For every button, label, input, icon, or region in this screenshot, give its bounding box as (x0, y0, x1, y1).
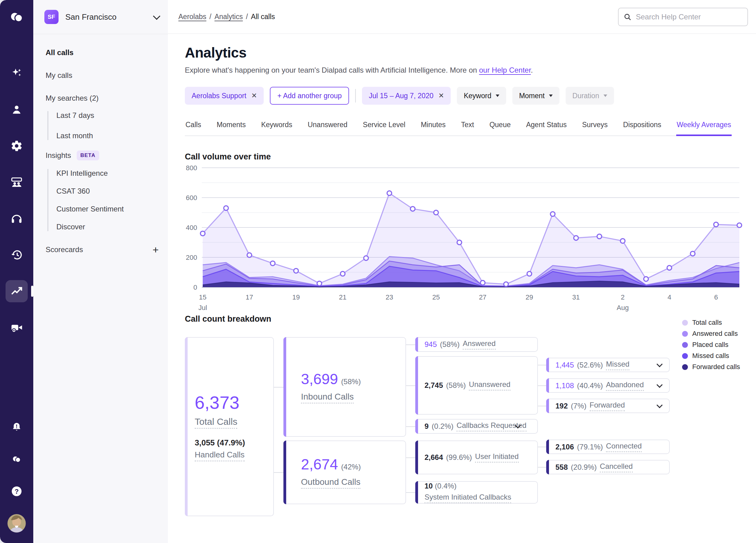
sidebar-item-all-calls[interactable]: All calls (46, 48, 159, 57)
sidebar-item-discover[interactable]: Discover (56, 223, 159, 231)
svg-text:?: ? (14, 488, 18, 495)
search-input[interactable] (635, 12, 742, 22)
tab-agent-status[interactable]: Agent Status (526, 118, 567, 136)
dialpad-logo-icon (9, 9, 25, 26)
tab-keywords[interactable]: Keywords (261, 118, 293, 136)
accent-bar (546, 440, 549, 454)
keyword-filter[interactable]: Keyword (457, 87, 506, 105)
missed-node[interactable]: 1,445 (52.6%) Missed (546, 358, 670, 372)
accent-bar (546, 378, 549, 393)
group-filter-chip[interactable]: Aerolabs Support✕ (185, 87, 264, 105)
svg-text:0: 0 (193, 283, 197, 291)
svg-text:17: 17 (246, 293, 253, 301)
sidebar-item-last-7-days[interactable]: Last 7 days (56, 111, 159, 120)
legend-item[interactable]: Answered calls (682, 330, 740, 338)
total-calls-label: Total Calls (195, 416, 237, 429)
video-settings-icon[interactable] (6, 316, 28, 338)
dialpad-mini-icon[interactable] (6, 448, 28, 470)
gear-icon[interactable] (6, 135, 28, 157)
history-icon[interactable] (6, 244, 28, 266)
duration-filter[interactable]: Duration (566, 87, 614, 105)
org-name: San Francisco (65, 12, 154, 22)
sidebar-item-customer-sentiment[interactable]: Customer Sentiment (56, 205, 159, 213)
breadcrumb-analytics[interactable]: Analytics (214, 13, 243, 21)
legend-item[interactable]: Forwarded calls (682, 363, 740, 371)
legend-item[interactable]: Placed calls (682, 341, 740, 349)
svg-text:Aug: Aug (617, 304, 629, 311)
tab-service-level[interactable]: Service Level (362, 118, 406, 136)
connected-node[interactable]: 2,106 (79.1%) Connected (546, 440, 670, 454)
remove-date-icon[interactable]: ✕ (438, 92, 444, 100)
tab-minutes[interactable]: Minutes (420, 118, 446, 136)
inbound-label: Inbound Calls (301, 392, 354, 403)
date-range-chip[interactable]: Jul 15 – Aug 7, 2020✕ (362, 87, 451, 105)
remove-group-icon[interactable]: ✕ (251, 92, 257, 100)
expand-chevron-icon[interactable] (656, 361, 663, 367)
call-count-breakdown: Call count breakdown Total calls Answere… (185, 314, 756, 519)
tab-calls[interactable]: Calls (185, 118, 202, 136)
chart-legend: Total calls Answered calls Placed calls … (682, 318, 740, 371)
abandoned-node[interactable]: 1,108 (40.4%) Abandoned (546, 378, 670, 393)
unanswered-node[interactable]: 2,745 (58%) Unanswered (415, 356, 538, 415)
chevron-down-icon (153, 12, 160, 20)
caret-down-icon (604, 95, 607, 97)
total-calls-node[interactable]: 6,373 Total Calls 3,055 (47.9%) Handled … (185, 337, 274, 516)
moment-filter[interactable]: Moment (512, 87, 559, 105)
sidebar-item-scorecards[interactable]: Scorecards (46, 245, 83, 254)
answered-node[interactable]: 945 (58%) Answered (415, 337, 538, 352)
svg-text:Jul: Jul (198, 304, 207, 311)
sidebar-item-last-month[interactable]: Last month (56, 132, 159, 140)
callbacks-requested-node[interactable]: 9 (0.2%) Callbacks Requested (415, 419, 538, 434)
add-scorecard-button[interactable]: + (152, 247, 159, 253)
sparkles-icon[interactable] (6, 62, 28, 84)
help-search[interactable] (618, 8, 748, 26)
analytics-icon[interactable] (6, 280, 28, 302)
tab-queue[interactable]: Queue (489, 118, 511, 136)
filter-divider (355, 89, 356, 103)
tab-surveys[interactable]: Surveys (581, 118, 608, 136)
forwarded-node[interactable]: 192 (7%) Forwarded (546, 399, 670, 413)
legend-item[interactable]: Total calls (682, 318, 740, 326)
breadcrumb-aerolabs[interactable]: Aerolabs (178, 13, 206, 21)
user-initiated-node[interactable]: 2,664 (99.6%) User Initiated (415, 440, 538, 474)
search-icon (624, 13, 632, 21)
org-switcher[interactable]: SF San Francisco (33, 0, 168, 34)
tab-text[interactable]: Text (460, 118, 474, 136)
help-center-link[interactable]: our Help Center (479, 66, 531, 74)
tab-dispositions[interactable]: Dispositions (623, 118, 662, 136)
analytics-tabs: Calls Moments Keywords Unanswered Servic… (185, 118, 705, 136)
caret-down-icon (549, 95, 553, 97)
notification-bell-icon[interactable] (6, 416, 28, 438)
svg-text:31: 31 (572, 293, 580, 301)
help-icon[interactable]: ? (6, 480, 28, 502)
accent-bar (415, 440, 418, 474)
sidebar-item-my-searches[interactable]: My searches (2) (46, 94, 159, 103)
system-initiated-callbacks-node[interactable]: 10 (0.4%) System Initiated Callbacks (415, 481, 538, 504)
tab-unanswered[interactable]: Unanswered (307, 118, 348, 136)
sidebar-item-insights[interactable]: Insights BETA (46, 151, 159, 160)
org-badge: SF (44, 10, 59, 24)
caret-down-icon (496, 95, 499, 97)
tab-moments[interactable]: Moments (216, 118, 246, 136)
sidebar-item-csat-360[interactable]: CSAT 360 (56, 187, 159, 196)
accent-bar (283, 440, 286, 504)
user-avatar[interactable] (6, 512, 28, 534)
outbound-calls-node[interactable]: 2,674(42%) Outbound Calls (283, 440, 406, 504)
legend-item[interactable]: Missed calls (682, 352, 740, 360)
sidebar-item-my-calls[interactable]: My calls (46, 71, 159, 80)
expand-chevron-icon[interactable] (656, 402, 663, 408)
tab-weekly-averages[interactable]: Weekly Averages (676, 118, 732, 136)
expand-chevron-icon[interactable] (656, 382, 663, 388)
add-group-button[interactable]: + Add another group (270, 87, 349, 105)
accent-bar (415, 481, 418, 504)
cancelled-node[interactable]: 558 (20.9%) Cancelled (546, 460, 670, 474)
team-icon[interactable] (6, 171, 28, 193)
call-volume-chart: 0200400600800151719212325272931246JulAug (185, 162, 742, 314)
headset-icon[interactable] (6, 208, 28, 230)
legend-dot (682, 342, 688, 348)
sidebar-item-kpi-intelligence[interactable]: KPI Intelligence (56, 169, 159, 178)
person-icon[interactable] (6, 99, 28, 121)
handled-calls-value: 3,055 (47.9%) (195, 438, 273, 448)
svg-text:800: 800 (186, 164, 197, 172)
inbound-calls-node[interactable]: 3,699(58%) Inbound Calls (283, 337, 406, 437)
